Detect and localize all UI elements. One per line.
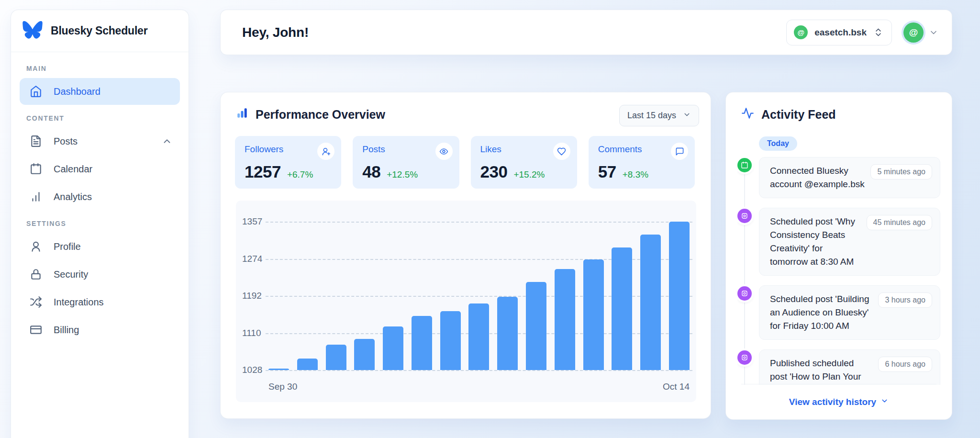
y-tick-label: 1274 bbox=[242, 254, 262, 264]
stat-delta: +15.2% bbox=[513, 169, 545, 180]
stat-value-row: 230+15.2% bbox=[480, 162, 545, 181]
event-timestamp: 3 hours ago bbox=[878, 292, 932, 308]
day-badge: Today bbox=[759, 136, 797, 151]
x-axis-label-end: Oct 14 bbox=[663, 382, 690, 392]
event-timestamp: 5 minutes ago bbox=[870, 164, 932, 180]
stat-delta: +8.3% bbox=[623, 169, 648, 180]
brand: Bluesky Scheduler bbox=[11, 10, 189, 52]
chart-bar-oct-14 bbox=[669, 222, 690, 370]
chart-bar-oct-11 bbox=[583, 259, 604, 370]
activity-title-row: Activity Feed bbox=[741, 107, 836, 123]
stat-icon-circle bbox=[671, 143, 688, 160]
chart-bar-oct-2 bbox=[326, 345, 346, 370]
sidebar-item-profile[interactable]: Profile bbox=[20, 233, 180, 260]
stat-value-row: 57+8.3% bbox=[598, 162, 648, 181]
file-text-icon bbox=[30, 135, 42, 147]
activity-pulse-icon bbox=[741, 107, 754, 120]
bar-chart-icon bbox=[30, 191, 42, 203]
sidebar-item-posts[interactable]: Posts bbox=[20, 128, 180, 155]
stat-value: 57 bbox=[598, 162, 616, 181]
chevron-down-icon bbox=[683, 111, 691, 121]
grid-line bbox=[266, 370, 692, 371]
chart-bar-sep-30 bbox=[268, 369, 289, 370]
event-frame-icon bbox=[737, 209, 752, 223]
sidebar-item-label: Calendar bbox=[54, 164, 92, 175]
timeline-dot-column bbox=[737, 285, 759, 340]
chart-bar-oct-8 bbox=[497, 297, 518, 370]
chevrons-up-down-icon bbox=[873, 27, 883, 37]
timeline-dot-column bbox=[737, 208, 759, 276]
sidebar-item-label: Integrations bbox=[54, 297, 104, 308]
chevron-down-icon bbox=[880, 397, 889, 405]
sidebar-item-calendar[interactable]: Calendar bbox=[20, 156, 180, 182]
chevron-down-icon bbox=[880, 397, 889, 407]
sidebar-item-label: Analytics bbox=[54, 191, 92, 202]
chevron-up-icon bbox=[162, 136, 172, 146]
activity-event: Published scheduled post 'How to Plan Yo… bbox=[737, 349, 940, 385]
chart-bar-oct-4 bbox=[383, 326, 403, 370]
shuffle-icon bbox=[30, 296, 42, 308]
sidebar-item-label: Profile bbox=[54, 241, 81, 252]
activity-event: Scheduled post 'Building an Audience on … bbox=[737, 285, 940, 340]
chart-bar-oct-10 bbox=[555, 269, 575, 370]
stat-card-likes: Likes230+15.2% bbox=[471, 136, 577, 189]
sidebar-item-label: Dashboard bbox=[54, 86, 100, 97]
chart-bar-oct-7 bbox=[468, 303, 489, 370]
view-activity-history-label: View activity history bbox=[789, 397, 876, 407]
date-range-value: Last 15 days bbox=[627, 111, 676, 121]
bluesky-butterfly-icon bbox=[22, 21, 43, 41]
sidebar-item-billing[interactable]: Billing bbox=[20, 316, 180, 343]
activity-pulse-icon bbox=[741, 107, 754, 123]
chart-bar-oct-5 bbox=[412, 316, 432, 370]
sidebar-item-security[interactable]: Security bbox=[20, 261, 180, 288]
view-activity-history-link[interactable]: View activity history bbox=[741, 384, 936, 419]
chart-bar-oct-1 bbox=[297, 359, 318, 370]
sidebar-item-label: Posts bbox=[54, 136, 78, 147]
stat-card-posts: Posts48+12.5% bbox=[353, 136, 459, 189]
chevron-down-icon bbox=[929, 28, 938, 37]
nav-section-label: CONTENT bbox=[26, 114, 180, 122]
sidebar-nav: MAINDashboardCONTENTPostsCalendarAnalyti… bbox=[11, 52, 189, 352]
y-tick-label: 1357 bbox=[242, 216, 262, 227]
sidebar-item-label: Billing bbox=[54, 325, 79, 336]
activity-title: Activity Feed bbox=[761, 108, 836, 122]
sidebar-item-label: Security bbox=[54, 269, 88, 280]
x-axis-label-start: Sep 30 bbox=[268, 382, 297, 392]
stat-card-comments: Comments57+8.3% bbox=[589, 136, 695, 189]
chart-bar-oct-12 bbox=[612, 247, 632, 370]
chevron-down-icon bbox=[929, 28, 938, 37]
nav-section: SETTINGSProfileSecurityIntegrationsBilli… bbox=[20, 220, 180, 343]
sidebar-item-dashboard[interactable]: Dashboard bbox=[20, 78, 180, 105]
y-tick-label: 1110 bbox=[242, 328, 261, 338]
bars-container bbox=[268, 222, 690, 370]
activity-event: Scheduled post 'Why Consistency Beats Cr… bbox=[737, 208, 940, 276]
frame-icon bbox=[741, 290, 748, 297]
activity-event: Connected Bluesky account @example.bsk5 … bbox=[737, 157, 940, 198]
account-switcher[interactable]: @ easetch.bsk bbox=[786, 20, 892, 45]
performance-overview-card: Performance Overview Last 15 days Follow… bbox=[220, 92, 711, 419]
stat-icon-circle bbox=[553, 143, 570, 160]
frame-icon bbox=[741, 212, 748, 220]
profile-menu[interactable]: @ bbox=[903, 22, 938, 43]
event-timestamp: 45 minutes ago bbox=[867, 215, 932, 230]
timeline-dot-column bbox=[737, 349, 759, 385]
followers-bar-chart: Sep 30 Oct 14 10281110119212741357 bbox=[236, 201, 696, 402]
chart-bar-oct-6 bbox=[440, 311, 461, 370]
date-range-select[interactable]: Last 15 days bbox=[619, 105, 699, 126]
event-text: Scheduled post 'Why Consistency Beats Cr… bbox=[770, 215, 867, 269]
event-text: Scheduled post 'Building an Audience on … bbox=[770, 292, 878, 333]
nav-section: MAINDashboard bbox=[20, 65, 180, 105]
account-handle: easetch.bsk bbox=[814, 27, 867, 38]
nav-section-label: MAIN bbox=[26, 65, 180, 72]
sidebar-item-analytics[interactable]: Analytics bbox=[20, 183, 180, 210]
calendar-icon bbox=[30, 163, 42, 175]
avatar: @ bbox=[903, 22, 924, 43]
chart-bar-oct-9 bbox=[526, 282, 546, 370]
stats-row: Followers1257+6.7%Posts48+12.5%Likes230+… bbox=[235, 136, 695, 189]
stat-value-row: 1257+6.7% bbox=[245, 162, 313, 181]
chart-bar-oct-13 bbox=[640, 235, 661, 370]
header-bar: Hey, John! @ easetch.bsk @ bbox=[220, 10, 952, 55]
sidebar-item-integrations[interactable]: Integrations bbox=[20, 289, 180, 315]
eye-icon bbox=[439, 147, 448, 156]
event-card: Connected Bluesky account @example.bsk5 … bbox=[759, 157, 940, 198]
